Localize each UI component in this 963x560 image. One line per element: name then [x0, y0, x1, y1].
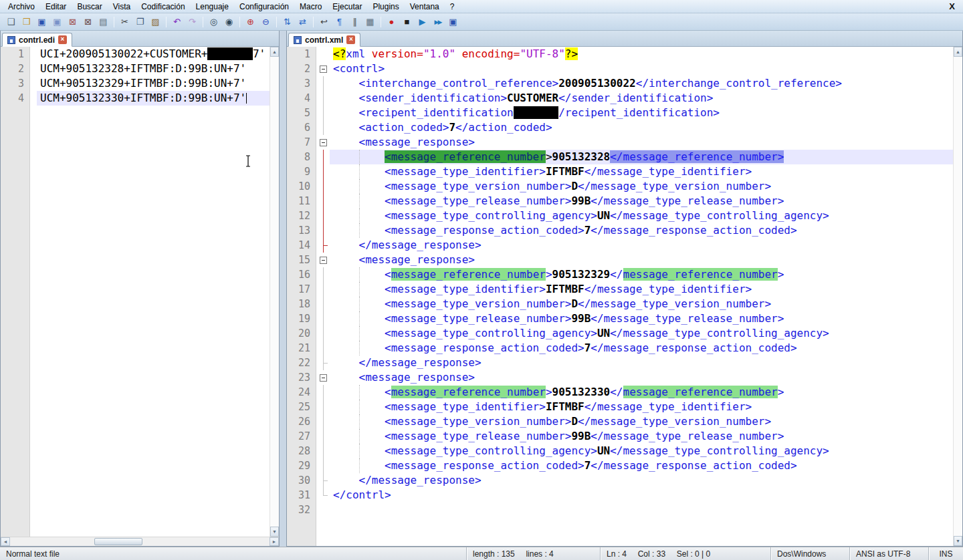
fold-collapse-box[interactable]	[320, 139, 327, 146]
code-line-22[interactable]: </message_response>	[330, 356, 953, 370]
code-line-11[interactable]: <message_type_release_number>99B</messag…	[330, 194, 953, 208]
zoom-out-icon[interactable]: ⊖	[259, 15, 273, 29]
fold-collapse-box[interactable]	[320, 374, 327, 382]
run-macro-multiple-icon[interactable]: ▶▶	[431, 15, 445, 29]
line-number: 13	[287, 223, 316, 238]
right-code-area[interactable]: <?xml version="1.0" encoding="UTF-8"?><c…	[330, 47, 953, 546]
code-line-2[interactable]: UCM+905132328+IFTMBF:D:99B:UN+7'	[37, 61, 270, 76]
fold-collapse-box[interactable]	[320, 65, 327, 73]
menu-item-macro[interactable]: Macro	[294, 1, 327, 13]
find-icon[interactable]: ◎	[207, 15, 221, 29]
sync-vertical-scroll-icon[interactable]: ⇅	[280, 15, 294, 29]
menu-item-lenguaje[interactable]: Lenguaje	[191, 1, 234, 13]
left-vertical-scrollbar[interactable]: ▲ ▼	[270, 47, 279, 537]
scroll-right-button[interactable]: ►	[270, 537, 279, 546]
record-macro-icon[interactable]: ●	[385, 15, 399, 29]
code-line-24[interactable]: <message_reference_number>905132330</mes…	[330, 385, 953, 400]
horizontal-scroll-thumb[interactable]	[94, 538, 142, 545]
code-line-2[interactable]: <contrl>	[330, 61, 953, 76]
code-line-9[interactable]: <message_type_identifier>IFTMBF</message…	[330, 164, 953, 179]
code-line-4[interactable]: UCM+905132330+IFTMBF:D:99B:UN+7'	[37, 91, 270, 106]
zoom-in-icon[interactable]: ⊕	[243, 15, 257, 29]
tab-close-icon[interactable]: ×	[346, 35, 355, 44]
code-line-25[interactable]: <message_type_identifier>IFTMBF</message…	[330, 400, 953, 414]
undo-icon[interactable]: ↶	[170, 15, 184, 29]
close-all-documents-icon[interactable]: ⊠	[81, 15, 95, 29]
menu-item-configuracion[interactable]: Configuración	[234, 1, 294, 13]
menu-item-help[interactable]: ?	[445, 1, 460, 13]
code-line-1[interactable]: <?xml version="1.0" encoding="UTF-8"?>	[330, 47, 953, 61]
cut-icon[interactable]: ✂	[118, 15, 132, 29]
scroll-up-button[interactable]: ▲	[270, 47, 279, 57]
left-code-area[interactable]: UCI+200905130022+CUSTOMER+ 7'UCM+9051323…	[37, 47, 270, 537]
open-folder-icon[interactable]: ❒	[19, 15, 33, 29]
code-segment: </message_response_action_coded>	[591, 459, 796, 472]
code-line-16[interactable]: <message_reference_number>905132329</mes…	[330, 267, 953, 282]
code-line-29[interactable]: <message_response_action_coded>7</messag…	[330, 458, 953, 473]
scroll-down-button[interactable]: ▼	[270, 527, 279, 537]
tab-contrl-edi[interactable]: contrl.edi ×	[2, 33, 72, 47]
menu-item-ejecutar[interactable]: Ejecutar	[327, 1, 367, 13]
redo-icon[interactable]: ↷	[185, 15, 199, 29]
scroll-down-button[interactable]: ▼	[954, 536, 962, 546]
code-line-28[interactable]: <message_type_controlling_agency>UN</mes…	[330, 444, 953, 458]
menu-item-editar[interactable]: Editar	[40, 1, 72, 13]
menu-item-archivo[interactable]: Archivo	[3, 1, 40, 13]
code-line-10[interactable]: <message_type_version_number>D</message_…	[330, 179, 953, 194]
copy-icon[interactable]: ❐	[133, 15, 147, 29]
save-icon[interactable]: ▣	[35, 15, 49, 29]
sync-horizontal-scroll-icon[interactable]: ⇄	[296, 15, 310, 29]
tab-close-icon[interactable]: ×	[58, 35, 67, 44]
code-line-31[interactable]: </contrl>	[330, 488, 953, 503]
code-line-27[interactable]: <message_type_release_number>99B</messag…	[330, 429, 953, 444]
menu-item-buscar[interactable]: Buscar	[72, 1, 107, 13]
stop-recording-icon[interactable]: ■	[400, 15, 414, 29]
status-insert-mode[interactable]: INS	[928, 547, 963, 560]
code-line-3[interactable]: <interchange_control_reference>200905130…	[330, 76, 953, 91]
paste-icon[interactable]: ▨	[148, 15, 163, 29]
fold-collapse-box[interactable]	[320, 257, 327, 264]
code-line-3[interactable]: UCM+905132329+IFTMBF:D:99B:UN+7'	[37, 76, 270, 91]
right-vertical-scrollbar[interactable]: ▲ ▼	[953, 47, 962, 546]
scroll-left-button[interactable]: ◄	[1, 537, 10, 546]
show-all-characters-icon[interactable]: ¶	[332, 15, 346, 29]
play-macro-icon[interactable]: ▶	[415, 15, 429, 29]
find-replace-icon[interactable]: ◉	[222, 15, 236, 29]
print-icon[interactable]: ▤	[96, 15, 110, 29]
scroll-up-button[interactable]: ▲	[954, 47, 962, 57]
menu-item-ventana[interactable]: Ventana	[405, 1, 445, 13]
word-wrap-icon[interactable]: ↩	[317, 15, 331, 29]
code-line-8[interactable]: <message_reference_number>905132328</mes…	[330, 150, 953, 164]
code-line-1[interactable]: UCI+200905130022+CUSTOMER+ 7'	[37, 47, 270, 61]
new-file-icon[interactable]: ❑	[4, 15, 18, 29]
code-line-7[interactable]: <message_response>	[330, 135, 953, 150]
menu-item-plugins[interactable]: Plugins	[367, 1, 404, 13]
save-macro-icon[interactable]: ▣	[446, 15, 460, 29]
code-line-19[interactable]: <message_type_release_number>99B</messag…	[330, 311, 953, 326]
tab-contrl-xml[interactable]: contrl.xml ×	[288, 33, 360, 47]
code-line-23[interactable]: <message_response>	[330, 370, 953, 385]
indent-guide-icon[interactable]: ∥	[348, 15, 362, 29]
code-line-21[interactable]: <message_response_action_coded>7</messag…	[330, 341, 953, 356]
code-line-15[interactable]: <message_response>	[330, 253, 953, 267]
code-line-4[interactable]: <sender_identification>CUSTOMER</sender_…	[330, 91, 953, 106]
pane-splitter[interactable]	[280, 31, 286, 547]
code-line-12[interactable]: <message_type_controlling_agency>UN</mes…	[330, 208, 953, 223]
code-line-18[interactable]: <message_type_version_number>D</message_…	[330, 297, 953, 311]
close-document-icon[interactable]: ⊠	[66, 15, 80, 29]
code-line-30[interactable]: </message_response>	[330, 473, 953, 488]
code-line-5[interactable]: <recipent_identification /recipent_ident…	[330, 106, 953, 120]
code-line-32[interactable]	[330, 503, 953, 517]
code-line-17[interactable]: <message_type_identifier>IFTMBF</message…	[330, 282, 953, 297]
window-close-button[interactable]: X	[941, 1, 963, 11]
code-line-13[interactable]: <message_response_action_coded>7</messag…	[330, 223, 953, 238]
menu-item-codificacion[interactable]: Codificación	[136, 1, 190, 13]
code-line-6[interactable]: <action_coded>7</action_coded>	[330, 120, 953, 135]
user-defined-dialog-icon[interactable]: ▦	[363, 15, 377, 29]
left-horizontal-scrollbar[interactable]: ◄ ►	[1, 537, 279, 546]
save-all-icon[interactable]: ▣	[50, 15, 64, 29]
code-line-14[interactable]: </message_response>	[330, 238, 953, 253]
menu-item-vista[interactable]: Vista	[108, 1, 136, 13]
code-line-26[interactable]: <message_type_version_number>D</message_…	[330, 414, 953, 429]
code-line-20[interactable]: <message_type_controlling_agency>UN</mes…	[330, 326, 953, 341]
